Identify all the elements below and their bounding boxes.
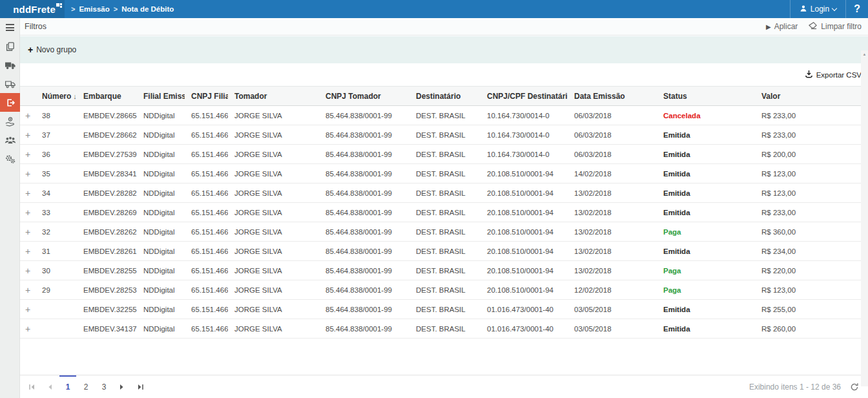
- table-row: + 34 EMBDEV.28282 NDDigital 65.151.466/0…: [20, 183, 868, 203]
- cell-data-emissao: 13/02/2018: [568, 261, 657, 280]
- sidebar-item-documents[interactable]: [0, 37, 20, 56]
- app-logo[interactable]: nddFrete: [0, 0, 65, 18]
- sidebar-item-truck-outline[interactable]: [0, 74, 20, 93]
- login-button[interactable]: Login: [790, 0, 846, 18]
- previous-page-button[interactable]: [42, 379, 57, 395]
- clear-filter-button[interactable]: Limpar filtro: [808, 21, 862, 32]
- status-badge: Paga: [657, 222, 755, 242]
- breadcrumb-item-nota-de-debito[interactable]: Nota de Débito: [121, 5, 174, 13]
- sort-descending-icon: ↓: [73, 92, 77, 100]
- main-content: Filtros ▶ Aplicar Limpar filtro + Novo g…: [20, 18, 868, 398]
- table-row: + 38 EMBDEV.28665 NDDigital 65.151.466/0…: [20, 106, 868, 125]
- last-page-button[interactable]: [132, 379, 148, 395]
- expand-row-button[interactable]: +: [20, 125, 36, 145]
- page-button-3[interactable]: 3: [96, 376, 112, 398]
- expand-row-button[interactable]: +: [20, 280, 36, 300]
- table-row: + 33 EMBDEV.28269 NDDigital 65.151.466/0…: [20, 203, 868, 222]
- status-badge: Emitida: [657, 164, 755, 183]
- expand-row-button[interactable]: +: [20, 164, 36, 183]
- cell-tomador: JORGE SILVA: [228, 280, 319, 300]
- status-badge: Emitida: [657, 242, 755, 261]
- sidebar-menu-toggle[interactable]: [0, 18, 20, 37]
- page-button-2[interactable]: 2: [78, 376, 94, 398]
- page-button-1[interactable]: 1: [60, 376, 76, 398]
- sidebar-item-truck[interactable]: [0, 56, 20, 74]
- header-tomador[interactable]: Tomador: [228, 87, 319, 106]
- cell-embarque: EMBDEV.28262: [77, 222, 137, 242]
- header-data-emissao[interactable]: Data Emissão: [568, 87, 657, 106]
- plus-icon: +: [28, 45, 33, 55]
- documents-icon: [5, 41, 16, 52]
- export-csv-button[interactable]: Exportar CSV: [805, 70, 862, 79]
- cell-valor: R$ 255,00: [755, 300, 868, 319]
- expand-row-button[interactable]: +: [20, 183, 36, 203]
- expand-row-button[interactable]: +: [20, 145, 36, 164]
- cell-destinatario: DEST. BRASIL: [409, 222, 480, 242]
- header-numero[interactable]: Número↓: [36, 87, 77, 106]
- filters-bar: Filtros ▶ Aplicar Limpar filtro: [20, 18, 868, 36]
- cell-cnpj-filial: 65.151.466/000...: [185, 242, 228, 261]
- header-embarque[interactable]: Embarque: [77, 87, 137, 106]
- cell-valor: R$ 260,00: [755, 319, 868, 339]
- scroll-up-icon[interactable]: ▲: [861, 52, 868, 56]
- header-cnpj-cpf-destinatario[interactable]: CNPJ/CPF Destinatário: [480, 87, 568, 106]
- cell-data-emissao: 13/02/2018: [568, 222, 657, 242]
- cell-cnpj-cpf-destinatario: 20.108.510/0001-94: [480, 280, 568, 300]
- eraser-icon: [808, 21, 818, 32]
- cell-cnpj-filial: 65.151.466/000...: [185, 125, 228, 145]
- sidebar: [0, 18, 20, 398]
- cell-cnpj-filial: 65.151.466/000...: [185, 261, 228, 280]
- apply-filter-button[interactable]: ▶ Aplicar: [766, 22, 798, 31]
- cell-destinatario: DEST. BRASIL: [409, 183, 480, 203]
- hand-coin-icon: [5, 116, 16, 127]
- cell-cnpj-cpf-destinatario: 20.108.510/0001-94: [480, 242, 568, 261]
- refresh-icon[interactable]: [850, 382, 859, 392]
- sidebar-item-users[interactable]: [0, 131, 20, 149]
- table-row: + 35 EMBDEV.28341 NDDigital 65.151.466/0…: [20, 164, 868, 183]
- cell-valor: R$ 123,00: [755, 164, 868, 183]
- chevron-right-icon: >: [71, 5, 75, 13]
- cell-data-emissao: 13/02/2018: [568, 183, 657, 203]
- help-button[interactable]: ?: [846, 0, 868, 18]
- cell-cnpj-cpf-destinatario: 01.016.473/0001-40: [480, 300, 568, 319]
- header-status[interactable]: Status: [657, 87, 755, 106]
- expand-row-button[interactable]: +: [20, 106, 36, 125]
- cell-cnpj-cpf-destinatario: 20.108.510/0001-94: [480, 222, 568, 242]
- cell-cnpj-filial: 65.151.466/000...: [185, 106, 228, 125]
- expand-row-button[interactable]: +: [20, 222, 36, 242]
- cell-filial-emissora: NDDigital: [137, 261, 185, 280]
- header-valor[interactable]: Valor: [755, 87, 868, 106]
- expand-row-button[interactable]: +: [20, 261, 36, 280]
- cell-filial-emissora: NDDigital: [137, 164, 185, 183]
- header-filial-emissora[interactable]: Filial Emissora: [137, 87, 185, 106]
- cell-filial-emissora: NDDigital: [137, 222, 185, 242]
- next-page-button[interactable]: [114, 379, 130, 395]
- cell-cnpj-tomador: 85.464.838/0001-99: [319, 280, 409, 300]
- expand-row-button[interactable]: +: [20, 203, 36, 222]
- first-page-button[interactable]: [24, 379, 39, 395]
- sidebar-item-emission-active[interactable]: [0, 93, 20, 112]
- breadcrumb-item-emissao[interactable]: Emissão: [79, 5, 109, 13]
- cell-cnpj-tomador: 85.464.838/0001-99: [319, 183, 409, 203]
- cell-cnpj-cpf-destinatario: 20.108.510/0001-94: [480, 164, 568, 183]
- sidebar-item-payments[interactable]: [0, 112, 20, 131]
- header-cnpj-tomador[interactable]: CNPJ Tomador: [319, 87, 409, 106]
- cell-tomador: JORGE SILVA: [228, 125, 319, 145]
- cell-valor: R$ 234,00: [755, 242, 868, 261]
- cell-cnpj-cpf-destinatario: 10.164.730/0014-0: [480, 106, 568, 125]
- cell-valor: R$ 360,00: [755, 222, 868, 242]
- expand-row-button[interactable]: +: [20, 242, 36, 261]
- new-group-button[interactable]: + Novo grupo: [28, 45, 76, 55]
- sidebar-item-settings[interactable]: [0, 149, 20, 168]
- cell-destinatario: DEST. BRASIL: [409, 145, 480, 164]
- vertical-scrollbar[interactable]: ▲: [861, 50, 868, 386]
- header-destinatario[interactable]: Destinatário: [409, 87, 480, 106]
- cell-numero: 31: [36, 242, 77, 261]
- cell-data-emissao: 03/05/2018: [568, 319, 657, 339]
- expand-row-button[interactable]: +: [20, 319, 36, 339]
- cell-data-emissao: 06/03/2018: [568, 106, 657, 125]
- cell-data-emissao: 03/05/2018: [568, 300, 657, 319]
- header-cnpj-filial[interactable]: CNPJ Filial: [185, 87, 228, 106]
- cell-numero: 36: [36, 145, 77, 164]
- expand-row-button[interactable]: +: [20, 300, 36, 319]
